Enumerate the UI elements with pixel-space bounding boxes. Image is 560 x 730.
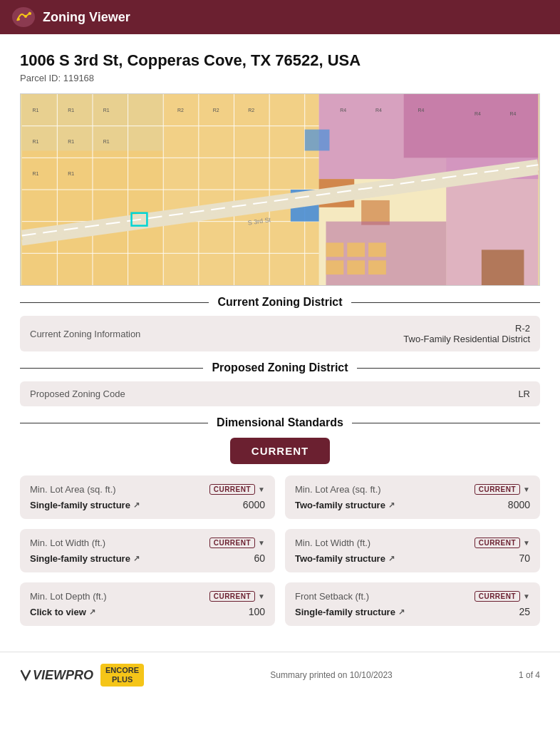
svg-point-0 (12, 7, 35, 27)
dim-card-3-label[interactable]: Single-family structure ↗ (30, 553, 140, 564)
dim-card-1-label[interactable]: Single-family structure ↗ (30, 500, 140, 510)
dim-card-4-label[interactable]: Two-family structure ↗ (295, 553, 395, 564)
svg-rect-35 (368, 260, 386, 274)
dimensional-standards-grid: Min. Lot Area (sq. ft.) CURRENT ▼ Single… (20, 475, 540, 626)
dim-card-1-value: 6000 (243, 499, 265, 510)
app-header: Zoning Viewer (0, 0, 560, 34)
svg-text:R1: R1 (33, 108, 39, 113)
header-title: Zoning Viewer (43, 10, 130, 25)
dim-card-3-badge-wrap[interactable]: CURRENT ▼ (209, 538, 265, 548)
current-zoning-title: Current Zoning District (209, 296, 351, 309)
svg-rect-34 (347, 260, 365, 274)
dim-card-4-badge-wrap[interactable]: CURRENT ▼ (475, 538, 530, 548)
dim-card-2-value: 8000 (508, 499, 530, 510)
svg-text:R1: R1 (68, 171, 74, 176)
ext-link-icon-3[interactable]: ↗ (133, 554, 140, 563)
dim-card-5-title: Min. Lot Depth (ft.) (30, 591, 107, 602)
svg-text:R4: R4 (340, 108, 346, 113)
dim-card-4-row: Two-family structure ↗ 70 (295, 552, 530, 564)
dim-card-6-row: Single-family structure ↗ 25 (295, 606, 530, 617)
proposed-zoning-title: Proposed Zoning District (203, 361, 356, 374)
dim-card-5-value: 100 (249, 606, 265, 617)
dim-card-2-row: Two-family structure ↗ 8000 (295, 499, 530, 510)
zoning-map: R1R1R1 R1R1R1 R1R1 R2R2R2 R4R4R4 R4R4 S … (21, 94, 539, 285)
dim-card-2-badge-wrap[interactable]: CURRENT ▼ (475, 484, 530, 495)
svg-text:R4: R4 (418, 108, 425, 113)
proposed-zoning-label: Proposed Zoning Code (30, 389, 125, 399)
ext-link-icon-6[interactable]: ↗ (398, 607, 405, 617)
dim-card-1: Min. Lot Area (sq. ft.) CURRENT ▼ Single… (20, 475, 275, 519)
dim-card-2-badge: CURRENT (475, 484, 520, 495)
current-zoning-code: R-2 (403, 323, 530, 334)
footer-summary: Summary printed on 10/10/2023 (270, 670, 392, 680)
svg-rect-28 (482, 250, 524, 285)
ext-link-icon-2[interactable]: ↗ (388, 500, 395, 510)
dim-card-3-dropdown-icon[interactable]: ▼ (258, 539, 265, 547)
viewpro-logo: VIEWPRO (20, 668, 93, 683)
svg-text:R2: R2 (177, 108, 184, 113)
dim-card-4-dropdown-icon[interactable]: ▼ (523, 539, 530, 547)
address-title: 1006 S 3rd St, Copperas Cove, TX 76522, … (20, 51, 540, 70)
svg-text:R1: R1 (103, 139, 110, 144)
dim-card-2: Min. Lot Area (sq. ft.) CURRENT ▼ Two-fa… (285, 475, 540, 519)
dim-card-1-title: Min. Lot Area (sq. ft.) (30, 484, 116, 495)
dim-card-1-row: Single-family structure ↗ 6000 (30, 499, 265, 510)
proposed-zoning-divider: Proposed Zoning District (20, 361, 540, 374)
dim-card-5-dropdown-icon[interactable]: ▼ (258, 592, 265, 600)
ext-link-icon-5[interactable]: ↗ (89, 607, 95, 617)
dim-card-6-label[interactable]: Single-family structure ↗ (295, 607, 405, 617)
svg-text:R1: R1 (33, 139, 39, 144)
app-logo (11, 6, 36, 28)
proposed-zoning-row: Proposed Zoning Code LR (30, 389, 530, 399)
dim-card-4: Min. Lot Width (ft.) CURRENT ▼ Two-famil… (285, 529, 540, 572)
dim-card-3-value: 60 (254, 552, 265, 564)
dim-card-1-dropdown-icon[interactable]: ▼ (258, 485, 265, 493)
dim-card-2-dropdown-icon[interactable]: ▼ (523, 485, 530, 493)
svg-text:R2: R2 (248, 108, 254, 113)
current-button-container: CURRENT (20, 438, 540, 464)
map-container[interactable]: R1R1R1 R1R1R1 R1R1 R2R2R2 R4R4R4 R4R4 S … (20, 93, 540, 286)
current-zoning-box: Current Zoning Information R-2 Two-Famil… (20, 316, 540, 351)
encore-logo: ENCORE PLUS (100, 664, 144, 687)
dim-card-5-header: Min. Lot Depth (ft.) CURRENT ▼ (30, 591, 265, 602)
current-zoning-label: Current Zoning Information (30, 329, 140, 339)
dimensional-standards-title: Dimensional Standards (208, 416, 352, 429)
svg-point-1 (17, 18, 20, 21)
dim-card-5: Min. Lot Depth (ft.) CURRENT ▼ Click to … (20, 582, 275, 626)
parcel-label: Parcel ID: (20, 73, 61, 83)
dim-card-5-badge-wrap[interactable]: CURRENT ▼ (209, 591, 265, 602)
dim-card-3-title: Min. Lot Width (ft.) (30, 538, 105, 548)
current-button[interactable]: CURRENT (230, 438, 330, 464)
dim-card-6-badge-wrap[interactable]: CURRENT ▼ (475, 591, 530, 602)
dim-card-5-badge: CURRENT (209, 591, 255, 602)
svg-rect-33 (326, 260, 344, 274)
svg-text:R1: R1 (68, 108, 74, 113)
dimensional-standards-divider: Dimensional Standards (20, 416, 540, 429)
dim-card-4-header: Min. Lot Width (ft.) CURRENT ▼ (295, 538, 530, 548)
dim-card-1-badge-wrap[interactable]: CURRENT ▼ (209, 484, 265, 495)
dim-card-6-header: Front Setback (ft.) CURRENT ▼ (295, 591, 530, 602)
dim-card-3-badge: CURRENT (209, 538, 255, 548)
parcel-number: 119168 (63, 73, 94, 83)
current-zoning-divider: Current Zoning District (20, 296, 540, 309)
dim-card-2-label[interactable]: Two-family structure ↗ (295, 500, 395, 510)
dim-card-2-title: Min. Lot Area (sq. ft.) (295, 484, 381, 495)
current-zoning-values: R-2 Two-Family Residential District (403, 323, 530, 344)
current-zoning-description: Two-Family Residential District (403, 334, 530, 344)
svg-rect-9 (404, 94, 539, 158)
ext-link-icon-1[interactable]: ↗ (133, 500, 140, 510)
svg-rect-32 (368, 242, 386, 257)
encore-label: ENCORE (105, 666, 139, 675)
footer: VIEWPRO ENCORE PLUS Summary printed on 1… (0, 652, 560, 695)
svg-rect-30 (326, 242, 344, 257)
svg-text:R4: R4 (375, 108, 382, 113)
dim-card-5-label[interactable]: Click to view ↗ (30, 607, 95, 617)
ext-link-icon-4[interactable]: ↗ (388, 554, 395, 563)
svg-point-3 (28, 12, 31, 15)
dim-card-3-header: Min. Lot Width (ft.) CURRENT ▼ (30, 538, 265, 548)
dim-card-6: Front Setback (ft.) CURRENT ▼ Single-fam… (285, 582, 540, 626)
dim-card-6-dropdown-icon[interactable]: ▼ (523, 592, 530, 600)
dim-card-4-badge: CURRENT (475, 538, 520, 548)
dim-card-2-header: Min. Lot Area (sq. ft.) CURRENT ▼ (295, 484, 530, 495)
viewpro-icon (20, 669, 31, 682)
